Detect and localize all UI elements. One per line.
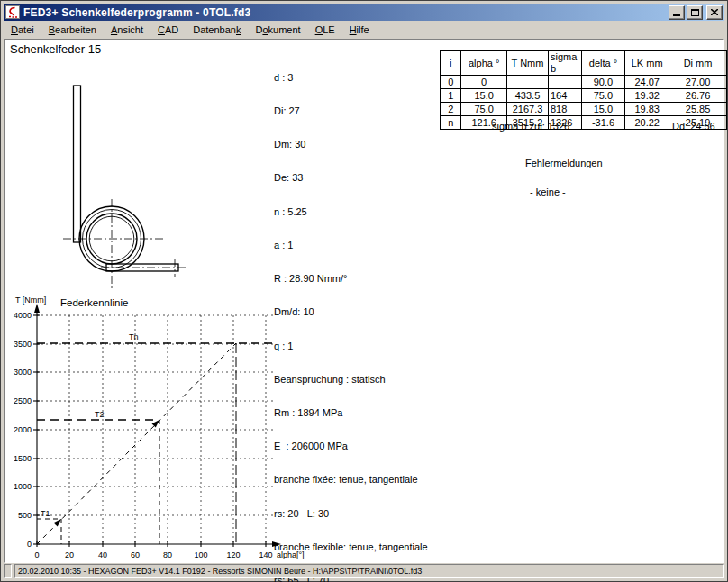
spring-drawing: [50, 75, 195, 296]
svg-text:0: 0: [27, 540, 32, 549]
status-bar: 20.02.2010 10:35 - HEXAGON FED3+ V14.1 F…: [4, 564, 724, 578]
param-line: d : 3: [274, 72, 428, 83]
cell: 75.0: [581, 89, 625, 103]
param-line: a : 1: [274, 240, 428, 250]
menu-cad[interactable]: CAD: [150, 22, 186, 38]
window-title: FED3+ Schenkelfederprogramm - 0TOL.fd3: [23, 6, 669, 19]
svg-text:140: 140: [259, 550, 272, 559]
cell: 164: [549, 89, 582, 103]
status-text: 20.02.2010 10:35 - HEXAGON FED3+ V14.1 F…: [14, 564, 724, 578]
col-header-t: T Nmm: [506, 51, 548, 76]
svg-text:40: 40: [98, 550, 107, 559]
y-axis-title: T [Nmm]: [15, 296, 46, 305]
close-icon: [711, 9, 718, 15]
maximize-button[interactable]: [687, 5, 703, 20]
menubar: Datei Bearbeiten Ansicht CAD Datenbank D…: [4, 21, 724, 39]
cell: n: [441, 116, 461, 130]
table-row: 1 15.0 433.5 164 75.0 19.32 26.76: [441, 89, 727, 103]
menu-ole[interactable]: OLE: [308, 22, 342, 38]
direction-arrows: [54, 418, 162, 527]
y-tick-labels: 0 500 1000 1500 2000 2500 3000 3500 4000: [14, 311, 32, 549]
svg-text:0: 0: [34, 550, 39, 559]
param-line: Dm: 30: [274, 139, 428, 150]
chart-grid: [37, 315, 273, 544]
annotation-labels: Tn T2 T1: [41, 332, 139, 518]
cell: 20.22: [625, 116, 669, 130]
sigma-b-zul-value: sigma b zul: 1326: [492, 121, 569, 132]
cell: 2: [441, 103, 461, 116]
col-header-alpha: alpha °: [461, 51, 507, 76]
svg-text:60: 60: [131, 550, 140, 559]
menu-dokument[interactable]: Dokument: [248, 22, 307, 38]
titlebar[interactable]: FED3+ Schenkelfederprogramm - 0TOL.fd3: [4, 4, 724, 21]
svg-text:120: 120: [226, 550, 240, 559]
results-table: i alpha ° T Nmm sigma b delta ° LK mm Di…: [440, 50, 727, 130]
cell: 15.0: [461, 89, 507, 103]
cell: -31.6: [581, 116, 625, 130]
cell: 26.76: [669, 89, 727, 103]
x-tick-labels: 0 20 40 60 80 100 120 140: [34, 550, 272, 559]
svg-text:100: 100: [194, 550, 207, 559]
cell: 25.85: [669, 103, 727, 116]
menu-bearbeiten[interactable]: Bearbeiten: [41, 22, 104, 38]
svg-text:500: 500: [18, 511, 32, 520]
dd-value: Dd: 24.56: [672, 121, 715, 132]
table-row: 2 75.0 2167.3 818 15.0 19.83 25.85: [441, 103, 727, 116]
col-header-delta: delta °: [581, 51, 625, 76]
svg-text:20: 20: [65, 550, 74, 559]
t1-label: T1: [41, 509, 50, 518]
cell: 433.5: [506, 89, 548, 103]
table-row: 0 0 90.0 24.07 27.00: [441, 76, 727, 89]
error-messages-title: Fehlermeldungen: [525, 158, 603, 168]
svg-text:2000: 2000: [14, 425, 32, 434]
param-line: n : 5.25: [274, 206, 428, 217]
characteristic-line: [37, 343, 236, 544]
cell: [549, 76, 582, 89]
page-title: Schenkelfeder 15: [10, 42, 101, 56]
cell: 19.32: [625, 89, 669, 103]
app-window: FED3+ Schenkelfederprogramm - 0TOL.fd3 D…: [0, 0, 728, 582]
svg-text:2500: 2500: [14, 396, 32, 405]
menu-hilfe[interactable]: Hilfe: [342, 22, 377, 38]
cell: 818: [549, 103, 582, 116]
tn-label: Tn: [129, 332, 139, 341]
spring-characteristic-chart: T [Nmm] Federkennlinie alpha[°] 0 500 10…: [8, 294, 343, 564]
cell: 15.0: [581, 103, 625, 116]
cell: 0: [441, 76, 461, 89]
centerlines: [63, 79, 187, 291]
cell: 19.83: [625, 103, 669, 116]
param-line: De: 33: [274, 172, 428, 183]
cell: 75.0: [461, 103, 507, 116]
app-icon: [5, 5, 20, 19]
cell: 1: [441, 89, 461, 103]
col-header-lk: LK mm: [625, 51, 669, 76]
menu-datenbank[interactable]: Datenbank: [186, 22, 248, 38]
maximize-icon: [691, 9, 699, 16]
axis-arrowheads: [34, 304, 281, 547]
x-axis-title: alpha[°]: [277, 550, 305, 559]
close-button[interactable]: [706, 5, 723, 20]
cell: 2167.3: [506, 103, 548, 116]
minimize-icon: [673, 14, 680, 16]
col-header-i: i: [441, 51, 461, 76]
col-header-di: Di mm: [669, 51, 727, 76]
cell: 90.0: [581, 76, 625, 89]
cell: 0: [461, 76, 507, 89]
cell: [506, 76, 548, 89]
results-header-row: i alpha ° T Nmm sigma b delta ° LK mm Di…: [441, 51, 727, 76]
chart-title: Federkennlinie: [60, 297, 128, 308]
menu-ansicht[interactable]: Ansicht: [104, 22, 150, 38]
svg-text:3000: 3000: [14, 368, 32, 377]
svg-text:4000: 4000: [14, 311, 32, 320]
minimize-button[interactable]: [669, 5, 685, 20]
menu-datei[interactable]: Datei: [4, 22, 41, 38]
cell: 27.00: [669, 76, 727, 89]
param-line: R : 28.90 Nmm/°: [274, 273, 428, 284]
param-line: Di: 27: [274, 105, 428, 116]
t2-label: T2: [95, 410, 105, 419]
cell: 24.07: [625, 76, 669, 89]
svg-text:1500: 1500: [14, 454, 32, 463]
svg-text:3500: 3500: [14, 340, 32, 349]
col-header-sigma: sigma b: [549, 51, 582, 76]
svg-text:1000: 1000: [14, 482, 32, 491]
